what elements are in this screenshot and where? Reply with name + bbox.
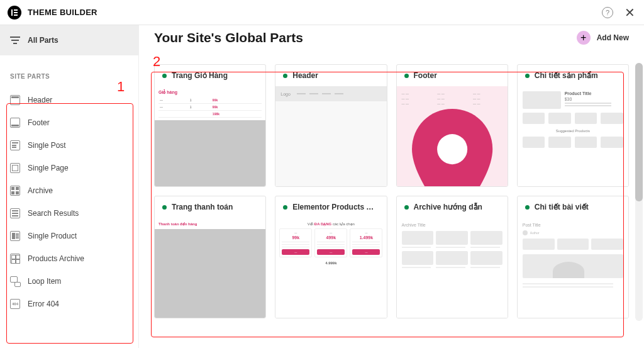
card-title: Header [292, 71, 318, 80]
sidebar-item-loop[interactable]: Loop Item [0, 270, 138, 293]
close-icon[interactable]: ✕ [625, 6, 635, 19]
card-header: Header [275, 65, 386, 86]
status-dot-icon [162, 205, 167, 210]
sidebar-item-singlepost[interactable]: Single Post [0, 134, 138, 157]
singlepage-icon [10, 163, 20, 173]
sidebar-item-label: Header [28, 96, 52, 104]
scrollbar[interactable] [635, 63, 643, 321]
card-thumbnail: Giỏ hàng—199k—199k198k [155, 86, 265, 186]
card-thumbnail: — —— —— —— —— —— —— —— —— — [397, 86, 508, 186]
template-card[interactable]: Footer— —— —— —— —— —— —— —— —— — [396, 64, 508, 187]
svg-rect-6 [13, 43, 17, 44]
footer-icon [10, 118, 20, 128]
annotation-number-1: 1 [117, 79, 125, 95]
archive-icon [10, 186, 20, 196]
card-title: Footer [414, 71, 437, 80]
plus-icon: + [577, 31, 591, 45]
sidebar-item-label: Error 404 [28, 300, 59, 308]
template-card[interactable]: Trang Giỏ HàngGiỏ hàng—199k—199k198k [154, 64, 266, 187]
sidebar-item-archive[interactable]: Archive [0, 179, 138, 202]
template-grid: Trang Giỏ HàngGiỏ hàng—199k—199k198kHead… [154, 64, 629, 318]
card-thumbnail: Product Title$30Suggested Products [518, 86, 628, 186]
loop-icon [10, 276, 20, 286]
status-dot-icon [283, 74, 287, 78]
app-title: THEME BUILDER [28, 8, 97, 17]
singleproduct-icon [10, 231, 20, 241]
card-thumbnail: Thanh toán đơn hàng [155, 218, 265, 318]
svg-rect-5 [11, 40, 19, 41]
card-title: Archive hướng dẫn [414, 203, 482, 211]
singlepost-icon [10, 140, 20, 150]
add-new-label: Add New [597, 33, 629, 42]
svg-rect-2 [14, 12, 18, 13]
card-header: Archive hướng dẫn [397, 196, 508, 218]
sidebar-item-parchive[interactable]: Products Archive [0, 247, 138, 270]
template-card[interactable]: Chi tiết sản phẩmProduct Title$30Suggest… [517, 64, 629, 187]
svg-rect-3 [14, 14, 18, 16]
card-header: Trang thanh toán [155, 196, 265, 218]
template-card[interactable]: Archive hướng dẫnArchive Title [396, 196, 508, 318]
page-title: Your Site's Global Parts [154, 30, 303, 45]
sidebar-item-label: Loop Item [28, 277, 61, 286]
sidebar: All Parts SITE PARTS HeaderFooterSingle … [0, 25, 139, 348]
status-dot-icon [283, 205, 287, 210]
sidebar-item-label: Single Product [28, 232, 77, 240]
sidebar-item-search[interactable]: Search Results [0, 202, 138, 225]
filter-icon [10, 36, 20, 44]
card-thumbnail: Với ĐA DẠNG các lựa chọn—99k——499k——1.49… [275, 218, 386, 318]
sidebar-item-label: Footer [28, 118, 50, 127]
card-header: Chi tiết sản phẩm [518, 65, 628, 86]
template-card[interactable]: Chi tiết bài viếtPost TitleAuthor [517, 196, 629, 318]
template-card[interactable]: HeaderLogo [275, 64, 387, 187]
status-dot-icon [404, 74, 409, 78]
svg-point-7 [437, 134, 467, 164]
card-header: Elementor Products Archiv... [275, 196, 386, 218]
top-bar: THEME BUILDER ? ✕ [0, 0, 644, 25]
sidebar-item-e404[interactable]: 404Error 404 [0, 293, 138, 315]
scrollbar-thumb[interactable] [635, 63, 643, 201]
card-title: Trang thanh toán [172, 203, 233, 211]
annotation-number-2: 2 [153, 53, 160, 70]
svg-rect-1 [14, 9, 18, 11]
help-icon[interactable]: ? [602, 7, 613, 18]
status-dot-icon [162, 74, 167, 78]
card-thumbnail: Logo [275, 86, 386, 186]
all-parts-label: All Parts [28, 36, 58, 45]
sidebar-item-label: Products Archive [28, 254, 84, 263]
card-thumbnail: Archive Title [397, 218, 508, 318]
main-content: Your Site's Global Parts + Add New Trang… [139, 25, 644, 348]
svg-rect-4 [10, 36, 20, 38]
elementor-logo-icon [8, 6, 21, 20]
sidebar-item-label: Single Post [28, 141, 66, 150]
card-header: Trang Giỏ Hàng [155, 65, 265, 86]
sidebar-item-footer[interactable]: Footer [0, 111, 138, 134]
add-new-button[interactable]: + Add New [577, 31, 629, 45]
sidebar-item-label: Search Results [28, 209, 79, 218]
template-card[interactable]: Trang thanh toánThanh toán đơn hàng [154, 196, 266, 318]
template-card[interactable]: Elementor Products Archiv...Với ĐA DẠNG … [275, 196, 387, 318]
card-header: Chi tiết bài viết [518, 196, 628, 218]
sidebar-item-singleproduct[interactable]: Single Product [0, 225, 138, 247]
svg-rect-0 [11, 9, 13, 16]
card-title: Trang Giỏ Hàng [172, 71, 228, 80]
status-dot-icon [525, 74, 530, 78]
all-parts-button[interactable]: All Parts [0, 25, 138, 55]
card-title: Chi tiết bài viết [535, 203, 589, 211]
status-dot-icon [404, 205, 409, 210]
card-title: Chi tiết sản phẩm [535, 71, 598, 80]
card-title: Elementor Products Archiv... [292, 203, 379, 211]
e404-icon: 404 [10, 299, 20, 309]
search-icon [10, 208, 20, 218]
card-header: Footer [397, 65, 508, 86]
sidebar-item-label: Single Page [28, 164, 69, 172]
card-thumbnail: Post TitleAuthor [518, 218, 628, 318]
status-dot-icon [525, 205, 530, 210]
sidebar-item-label: Archive [28, 186, 53, 195]
sidebar-item-singlepage[interactable]: Single Page [0, 157, 138, 179]
parchive-icon [10, 254, 20, 264]
header-icon [10, 95, 20, 105]
